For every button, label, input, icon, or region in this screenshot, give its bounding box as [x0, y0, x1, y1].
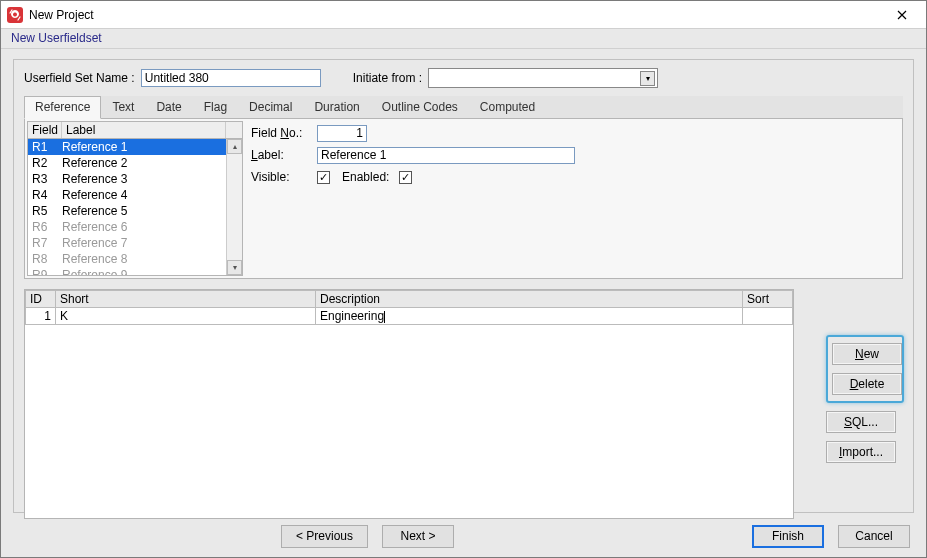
col-short: Short: [56, 291, 316, 308]
field-properties: Field No.: Label: Visible:: [249, 119, 902, 278]
enabled-label: Enabled:: [342, 170, 389, 184]
tab-date[interactable]: Date: [145, 96, 192, 118]
enabled-checkbox[interactable]: [399, 171, 412, 184]
field-list-row[interactable]: R4Reference 4: [28, 187, 242, 203]
field-list-cell-field: R9: [32, 267, 62, 275]
field-list-row[interactable]: R3Reference 3: [28, 171, 242, 187]
visible-checkbox[interactable]: [317, 171, 330, 184]
field-list-header-scroll: [226, 122, 242, 138]
cell-id: 1: [26, 308, 56, 325]
next-button[interactable]: Next >: [382, 525, 454, 548]
visible-label: Visible:: [251, 170, 317, 184]
new-button[interactable]: New: [832, 343, 902, 365]
previous-button[interactable]: < Previous: [281, 525, 368, 548]
initiate-from-label: Initiate from :: [353, 71, 422, 85]
field-list-cell-label: Reference 3: [62, 171, 238, 187]
field-list-cell-field: R2: [32, 155, 62, 171]
field-list-row[interactable]: R2Reference 2: [28, 155, 242, 171]
col-id: ID: [26, 291, 56, 308]
titlebar: New Project: [1, 1, 926, 29]
field-list-cell-label: Reference 4: [62, 187, 238, 203]
field-list-cell-field: R1: [32, 139, 62, 155]
field-list-cell-field: R5: [32, 203, 62, 219]
side-buttons: New Delete SQL... Import...: [826, 335, 904, 463]
values-table: ID Short Description Sort 1KEngineering: [25, 290, 793, 325]
field-flags-row: Visible: Enabled:: [251, 167, 896, 187]
sql-button[interactable]: SQL...: [826, 411, 896, 433]
wizard-step-title: New Userfieldset: [1, 29, 926, 49]
import-button[interactable]: Import...: [826, 441, 896, 463]
field-no-label: Field No.:: [251, 126, 317, 140]
chevron-down-icon: ▾: [640, 71, 655, 86]
window-title: New Project: [29, 8, 882, 22]
scroll-down-icon[interactable]: ▾: [227, 260, 242, 275]
field-list-cell-label: Reference 5: [62, 203, 238, 219]
field-list-cell-label: Reference 9: [62, 267, 238, 275]
tab-computed[interactable]: Computed: [469, 96, 546, 118]
field-list-cell-label: Reference 2: [62, 155, 238, 171]
field-list-header: Field Label: [28, 122, 242, 139]
field-list-cell-field: R7: [32, 235, 62, 251]
cell-short[interactable]: K: [56, 308, 316, 325]
field-list-scrollbar[interactable]: ▴ ▾: [226, 139, 242, 275]
close-icon: [897, 10, 907, 20]
field-list-cell-label: Reference 6: [62, 219, 238, 235]
field-list-cell-field: R4: [32, 187, 62, 203]
cell-sort[interactable]: [743, 308, 793, 325]
field-list-cell-field: R6: [32, 219, 62, 235]
col-description: Description: [316, 291, 743, 308]
tab-text[interactable]: Text: [101, 96, 145, 118]
app-icon: [7, 7, 23, 23]
svg-rect-0: [7, 7, 23, 23]
scroll-up-icon[interactable]: ▴: [227, 139, 242, 154]
field-no-input[interactable]: [317, 125, 367, 142]
field-list-row[interactable]: R7Reference 7: [28, 235, 242, 251]
footer: < Previous Next > Finish Cancel: [1, 515, 926, 557]
field-label-row: Label:: [251, 145, 896, 165]
field-list: Field Label R1Reference 1R2Reference 2R3…: [27, 121, 243, 276]
tab-duration[interactable]: Duration: [303, 96, 370, 118]
highlight-box: New Delete: [826, 335, 904, 403]
field-list-cell-label: Reference 7: [62, 235, 238, 251]
dialog-body: Userfield Set Name : Initiate from : ▾ R…: [1, 49, 926, 515]
tabstrip: ReferenceTextDateFlagDecimalDurationOutl…: [24, 96, 903, 119]
field-list-cell-field: R3: [32, 171, 62, 187]
field-list-cell-label: Reference 8: [62, 251, 238, 267]
table-row[interactable]: 1KEngineering: [26, 308, 793, 325]
delete-button[interactable]: Delete: [832, 373, 902, 395]
field-list-cell-label: Reference 1: [62, 139, 238, 155]
tab-flag[interactable]: Flag: [193, 96, 238, 118]
col-sort: Sort: [743, 291, 793, 308]
name-row: Userfield Set Name : Initiate from : ▾: [24, 68, 903, 88]
field-no-row: Field No.:: [251, 123, 896, 143]
initiate-from-combo[interactable]: ▾: [428, 68, 658, 88]
field-list-cell-field: R8: [32, 251, 62, 267]
field-list-row[interactable]: R8Reference 8: [28, 251, 242, 267]
field-list-body: R1Reference 1R2Reference 2R3Reference 3R…: [28, 139, 242, 275]
name-label: Userfield Set Name :: [24, 71, 135, 85]
tab-outline-codes[interactable]: Outline Codes: [371, 96, 469, 118]
tab-page-reference: Field Label R1Reference 1R2Reference 2R3…: [24, 119, 903, 279]
field-list-header-label: Label: [62, 122, 226, 138]
field-list-row[interactable]: R1Reference 1: [28, 139, 242, 155]
field-list-header-field: Field: [28, 122, 62, 138]
field-list-row[interactable]: R5Reference 5: [28, 203, 242, 219]
cell-description[interactable]: Engineering: [316, 308, 743, 325]
tab-reference[interactable]: Reference: [24, 96, 101, 119]
field-label-input[interactable]: [317, 147, 575, 164]
tab-decimal[interactable]: Decimal: [238, 96, 303, 118]
values-table-wrap: ID Short Description Sort 1KEngineering: [24, 289, 794, 519]
field-list-row[interactable]: R6Reference 6: [28, 219, 242, 235]
dialog-window: New Project New Userfieldset Userfield S…: [0, 0, 927, 558]
finish-button[interactable]: Finish: [752, 525, 824, 548]
close-button[interactable]: [882, 1, 922, 29]
cancel-button[interactable]: Cancel: [838, 525, 910, 548]
group: Userfield Set Name : Initiate from : ▾ R…: [13, 59, 914, 513]
field-list-row[interactable]: R9Reference 9: [28, 267, 242, 275]
field-label-label: Label:: [251, 148, 317, 162]
userfieldset-name-input[interactable]: [141, 69, 321, 87]
